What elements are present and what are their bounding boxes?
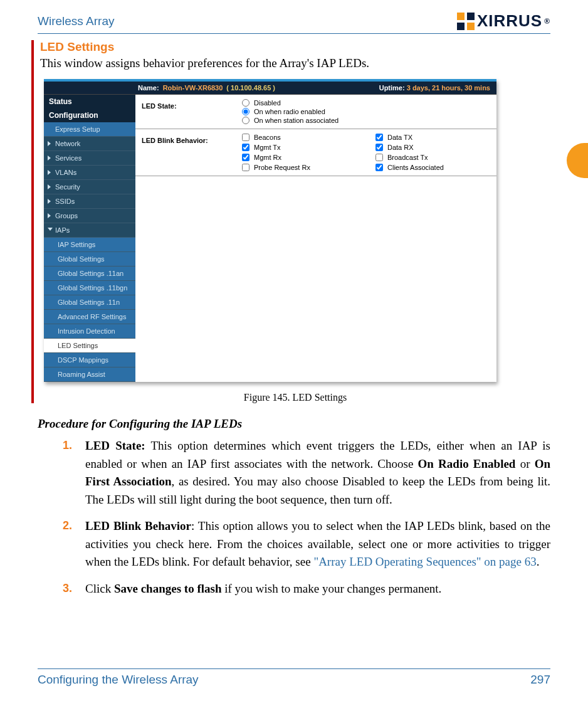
step-number: 3. — [63, 580, 72, 597]
step-number: 2. — [63, 517, 72, 534]
sidebar-heading-status[interactable]: Status — [44, 95, 135, 108]
sidebar-item-security[interactable]: Security — [44, 180, 135, 194]
logo-reg: ® — [544, 17, 550, 26]
sidebar-item-advanced-rf[interactable]: Advanced RF Settings — [44, 310, 135, 324]
chk-mgmt-tx[interactable] — [242, 144, 249, 151]
chevron-right-icon — [48, 199, 51, 204]
step-lead: LED State: — [85, 439, 145, 452]
step-text: if you wish to make your changes permane… — [221, 582, 441, 595]
step-text: . — [537, 555, 540, 568]
uptime-label: Uptime: — [379, 84, 405, 92]
sidebar-item-network[interactable]: Network — [44, 137, 135, 151]
chk-label: Beacons — [254, 134, 281, 141]
footer-page-number: 297 — [530, 673, 550, 687]
name-value: Robin-VW-XR6830 — [163, 84, 223, 92]
sidebar-item-intrusion[interactable]: Intrusion Detection — [44, 324, 135, 339]
name-ip: ( 10.100.48.65 ) — [226, 84, 275, 92]
step-bold: Save changes to flash — [114, 582, 222, 595]
chk-label: Data TX — [387, 134, 412, 141]
procedure-step-1: 1. LED State: This option determines whi… — [63, 437, 550, 509]
sidebar-item-ssids[interactable]: SSIDs — [44, 194, 135, 209]
row-led-state: LED State: Disabled On when radio enable… — [135, 95, 496, 129]
radio-label: On when station associated — [254, 117, 339, 124]
chk-clients-assoc[interactable] — [375, 164, 383, 171]
row-led-blink: LED Blink Behavior: Beacons Data TX Mgmt… — [135, 129, 496, 176]
radio-label: Disabled — [254, 99, 281, 107]
header-title: Wireless Array — [38, 14, 114, 28]
sidebar-item-global-11n[interactable]: Global Settings .11n — [44, 295, 135, 310]
chevron-down-icon — [48, 228, 53, 231]
brand-logo: XIRRUS® — [457, 11, 550, 31]
footer-left: Configuring the Wireless Array — [38, 673, 199, 687]
sidebar-item-led-settings[interactable]: LED Settings — [44, 339, 135, 353]
sidebar-item-iaps[interactable]: IAPs — [44, 223, 135, 238]
logo-icon — [457, 13, 475, 30]
led-blink-label: LED Blink Behavior: — [142, 133, 242, 172]
sidebar-item-roaming[interactable]: Roaming Assist — [44, 367, 135, 382]
sidebar-item-global-11an[interactable]: Global Settings .11an — [44, 267, 135, 281]
chk-label: Probe Request Rx — [254, 164, 310, 171]
screenshot-main-panel: LED State: Disabled On when radio enable… — [135, 95, 496, 382]
sidebar-item-iap-settings[interactable]: IAP Settings — [44, 238, 135, 252]
chk-label: Clients Associated — [387, 164, 444, 171]
led-state-label: LED State: — [142, 98, 242, 125]
cross-reference-link[interactable]: "Array LED Operating Sequences" on page … — [313, 555, 536, 568]
sidebar-item-global-settings[interactable]: Global Settings — [44, 252, 135, 267]
logo-text: XIRRUS — [477, 11, 542, 31]
name-label: Name: — [138, 84, 159, 92]
step-number: 1. — [63, 437, 72, 454]
sidebar-item-global-11bgn[interactable]: Global Settings .11bgn — [44, 281, 135, 295]
chevron-right-icon — [48, 156, 51, 161]
chevron-right-icon — [48, 213, 51, 218]
sidebar-item-vlans[interactable]: VLANs — [44, 166, 135, 180]
screenshot-sidebar: Status Configuration Express Setup Netwo… — [44, 95, 135, 382]
step-bold: On Radio Enabled — [418, 457, 516, 470]
chk-label: Broadcast Tx — [387, 154, 428, 161]
uptime-value: 3 days, 21 hours, 30 mins — [407, 84, 490, 92]
sidebar-item-express-setup[interactable]: Express Setup — [44, 122, 135, 137]
chk-label: Mgmt Rx — [254, 154, 281, 161]
sidebar-heading-configuration[interactable]: Configuration — [44, 108, 135, 122]
chevron-right-icon — [48, 141, 51, 146]
procedure-step-2: 2. LED Blink Behavior: This option allow… — [63, 517, 550, 571]
step-text: or — [515, 457, 534, 470]
screenshot-titlebar: Name: Robin-VW-XR6830 ( 10.100.48.65 ) U… — [44, 82, 496, 95]
page-footer: Configuring the Wireless Array 297 — [38, 668, 550, 687]
step-lead: LED Blink Behavior — [85, 519, 191, 532]
chk-beacons[interactable] — [242, 134, 249, 141]
chk-probe-rx[interactable] — [242, 164, 249, 171]
section-heading: LED Settings — [40, 40, 550, 54]
radio-label: On when radio enabled — [254, 108, 325, 115]
chk-data-tx[interactable] — [375, 134, 383, 141]
sidebar-item-groups[interactable]: Groups — [44, 209, 135, 223]
figure-region: LED Settings This window assigns behavio… — [31, 40, 550, 403]
chk-data-rx[interactable] — [375, 144, 383, 151]
screenshot-led-settings: Name: Robin-VW-XR6830 ( 10.100.48.65 ) U… — [44, 79, 496, 382]
procedure-step-3: 3. Click Save changes to flash if you wi… — [63, 580, 550, 598]
step-text: Click — [85, 582, 114, 595]
procedure-heading: Procedure for Configuring the IAP LEDs — [38, 417, 550, 431]
section-tab-icon — [567, 143, 588, 178]
chk-mgmt-rx[interactable] — [242, 154, 249, 161]
procedure-list: 1. LED State: This option determines whi… — [63, 437, 550, 598]
chevron-right-icon — [48, 184, 51, 189]
page-header: Wireless Array XIRRUS® — [38, 11, 550, 34]
intro-text: This window assigns behavior preferences… — [40, 56, 550, 70]
radio-led-disabled[interactable] — [242, 99, 249, 107]
chevron-right-icon — [48, 170, 51, 175]
radio-led-on-radio[interactable] — [242, 108, 249, 115]
radio-led-on-station[interactable] — [242, 117, 249, 124]
sidebar-item-services[interactable]: Services — [44, 151, 135, 166]
chk-broadcast-tx[interactable] — [375, 154, 383, 161]
figure-caption: Figure 145. LED Settings — [40, 392, 550, 403]
chk-label: Mgmt Tx — [254, 144, 281, 151]
chk-label: Data RX — [387, 144, 414, 151]
sidebar-item-dscp[interactable]: DSCP Mappings — [44, 353, 135, 367]
